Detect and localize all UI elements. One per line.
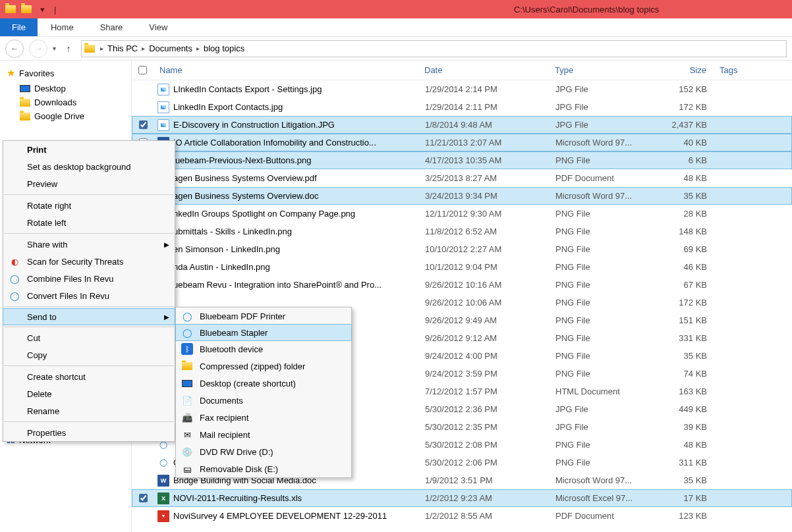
table-row[interactable]: uebeam Revu - Integration into SharePoin… (132, 276, 792, 294)
sendto-mail[interactable]: ✉Mail recipient (176, 426, 351, 443)
tab-home[interactable]: Home (38, 18, 87, 36)
table-row[interactable]: IO Article Collaboration Infomobility an… (132, 134, 792, 151)
revu-icon: ◯ (9, 273, 20, 284)
table-row[interactable]: en Simonson - LinkedIn.png10/10/2012 2:2… (132, 240, 792, 258)
nav-history-dropdown[interactable]: ▾ (53, 45, 56, 52)
title-bar: ▾ | C:\Users\Carol\Documents\blog topics (0, 0, 792, 18)
file-size-cell: 151 KB (653, 315, 714, 325)
file-name-label: NoviSurvey 4 EMPLOYEE DEVELOPMENT 12-29-… (173, 511, 387, 521)
table-row[interactable]: LInkedIn Contacts Export - Settings.jpg1… (132, 80, 792, 98)
ctx-label: Send to (27, 312, 57, 322)
row-checkbox[interactable] (139, 494, 148, 502)
ctx-label: Removable Disk (E:) (200, 464, 278, 474)
ctx-label: Bluebeam PDF Printer (200, 311, 285, 321)
table-row[interactable]: nkedIn Groups Spotlight on Company Page.… (132, 205, 792, 223)
nav-up-button[interactable]: ↑ (61, 41, 76, 56)
sidebar-item-google-drive[interactable]: Google Drive (0, 109, 131, 123)
sidebar-favorites[interactable]: ★Favorites (0, 65, 131, 82)
ctx-preview[interactable]: Preview (3, 175, 175, 192)
column-name[interactable]: Name (157, 65, 424, 75)
sendto-submenu: ◯Bluebeam PDF Printer ◯Bluebeam Stapler … (175, 307, 352, 478)
sendto-documents[interactable]: 📄Documents (176, 392, 351, 409)
sendto-bluebeam-pdf[interactable]: ◯Bluebeam PDF Printer (176, 307, 351, 325)
sendto-bluebeam-stapler[interactable]: ◯Bluebeam Stapler (175, 324, 352, 341)
file-name-cell: NoviSurvey 4 EMPLOYEE DEVELOPMENT 12-29-… (157, 510, 425, 522)
table-row[interactable]: LinkedIn Export Contacts.jpg1/29/2014 2:… (132, 98, 792, 116)
sendto-removable[interactable]: 🖴Removable Disk (E:) (176, 460, 351, 477)
sidebar-label: Downloads (34, 97, 76, 107)
tab-file[interactable]: File (0, 18, 38, 36)
chevron-right-icon[interactable]: ▸ (196, 45, 200, 52)
ctx-cut[interactable]: Cut (3, 329, 175, 346)
file-size-cell: 67 KB (653, 280, 714, 290)
column-type[interactable]: Type (555, 65, 652, 75)
table-row[interactable]: NOVI-2011-Recruiting-Results.xls1/2/2012… (132, 489, 792, 507)
file-date-cell: 1/9/2012 3:51 PM (425, 475, 555, 485)
nav-back-button[interactable]: ← (5, 40, 24, 58)
ctx-properties[interactable]: Properties (3, 424, 175, 441)
sidebar-item-desktop[interactable]: Desktop (0, 82, 131, 95)
file-name-cell: agen Business Systems Overview.pdf (157, 173, 425, 184)
breadcrumb-blog-topics[interactable]: blog topics (201, 43, 247, 53)
ctx-send-to[interactable]: Send to▶ (3, 308, 175, 325)
select-all-checkbox[interactable] (138, 66, 147, 74)
column-size[interactable]: Size (652, 65, 713, 75)
sendto-zip[interactable]: Compressed (zipped) folder (176, 358, 351, 375)
sidebar-label: Favorites (19, 68, 54, 78)
qat-dropdown-icon[interactable]: ▾ (36, 3, 49, 16)
chevron-right-icon[interactable]: ▸ (142, 45, 145, 52)
sendto-dvd[interactable]: 💿DVD RW Drive (D:) (176, 443, 351, 460)
file-size-cell: 172 KB (653, 102, 714, 112)
ctx-rotate-right[interactable]: Rotate right (3, 197, 175, 214)
table-row[interactable]: E-Discovery in Construction Litigation.J… (132, 116, 792, 134)
ctx-scan-threats[interactable]: ◐Scan for Security Threats (3, 253, 175, 270)
table-row[interactable]: agen Business Systems Overview.pdf3/25/2… (132, 169, 792, 187)
tab-view[interactable]: View (136, 18, 181, 36)
tab-share[interactable]: Share (87, 18, 136, 36)
column-tags[interactable]: Tags (713, 65, 792, 75)
sendto-desktop[interactable]: Desktop (create shortcut) (176, 375, 351, 392)
row-checkbox[interactable] (139, 120, 148, 129)
file-name-cell: agen Business Systems Overview.doc (157, 190, 425, 202)
file-name-cell: ubmittals - Skills - LinkedIn.png (157, 226, 425, 238)
ctx-set-background[interactable]: Set as desktop background (3, 158, 175, 175)
ctx-convert-revu[interactable]: ◯Convert Files In Revu (3, 287, 175, 304)
ctx-share-with[interactable]: Share with▶ (3, 236, 175, 253)
sidebar-item-downloads[interactable]: Downloads (0, 95, 131, 109)
file-type-cell: PNG File (555, 315, 653, 325)
file-type-cell: PDF Document (555, 511, 653, 521)
ctx-copy[interactable]: Copy (3, 346, 175, 363)
nav-forward-button[interactable]: → (29, 40, 47, 58)
ctx-create-shortcut[interactable]: Create shortcut (3, 368, 175, 385)
table-row[interactable]: ubmittals - Skills - LinkedIn.png11/8/20… (132, 223, 792, 240)
sendto-bluetooth[interactable]: ᛒBluetooth device (176, 340, 351, 358)
ctx-print[interactable]: Print (3, 141, 175, 158)
column-date[interactable]: Date (424, 65, 555, 75)
menu-separator (4, 306, 174, 307)
file-size-cell: 48 KB (653, 440, 714, 450)
table-row[interactable]: nda Austin - LinkedIn.png10/1/2012 9:04 … (132, 258, 792, 276)
ctx-label: Mail recipient (200, 430, 250, 440)
file-size-cell: 48 KB (653, 173, 714, 183)
ctx-rename[interactable]: Rename (3, 402, 175, 419)
pdf-file-icon (157, 510, 169, 522)
file-date-cell: 5/30/2012 2:36 PM (425, 404, 555, 414)
file-type-cell: JPG File (555, 120, 653, 130)
breadcrumb-this-pc[interactable]: This PC (105, 43, 140, 53)
chevron-right-icon[interactable]: ▸ (100, 45, 103, 52)
file-date-cell: 5/30/2012 2:08 PM (425, 440, 555, 450)
ctx-rotate-left[interactable]: Rotate left (3, 214, 175, 231)
file-date-cell: 1/2/2012 9:23 AM (425, 493, 555, 503)
table-row[interactable]: luebeam-Previous-Next-Buttons.png4/17/20… (132, 151, 792, 169)
breadcrumb-documents[interactable]: Documents (146, 43, 195, 53)
desktop-icon (20, 85, 30, 92)
ctx-combine-revu[interactable]: ◯Combine Files In Revu (3, 270, 175, 287)
table-row[interactable]: agen Business Systems Overview.doc3/24/2… (132, 187, 792, 205)
address-bar[interactable]: ▸ This PC ▸ Documents ▸ blog topics (81, 40, 787, 57)
column-checkbox[interactable] (138, 66, 157, 74)
sendto-fax[interactable]: 📠Fax recipient (176, 409, 351, 426)
file-type-cell: PNG File (555, 369, 653, 379)
table-row[interactable]: NoviSurvey 4 EMPLOYEE DEVELOPMENT 12-29-… (132, 507, 792, 525)
ctx-delete[interactable]: Delete (3, 385, 175, 402)
file-name-cell: en Simonson - LinkedIn.png (157, 244, 425, 255)
